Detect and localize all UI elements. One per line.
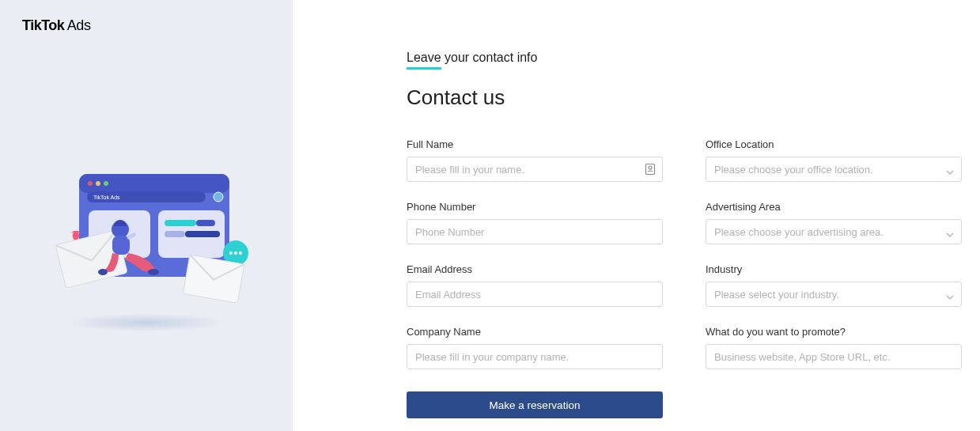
contact-form: Full Name Office Location Please choose … <box>407 138 923 369</box>
field-phone: Phone Number <box>407 201 663 244</box>
promote-label: What do you want to promote? <box>706 326 962 338</box>
svg-rect-11 <box>165 231 185 237</box>
logo-light: Ads <box>64 17 90 33</box>
office-location-label: Office Location <box>706 138 962 150</box>
industry-select[interactable]: Please select your industry. <box>706 282 962 307</box>
advertising-area-select[interactable]: Please choose your advertising area. <box>706 219 962 244</box>
logo-bold: TikTok <box>22 17 64 33</box>
svg-rect-9 <box>165 220 196 226</box>
field-promote: What do you want to promote? <box>706 326 962 369</box>
promote-input[interactable] <box>706 344 962 369</box>
main-content: Leave your contact info Contact us Full … <box>293 0 980 431</box>
sidebar: TikTok Ads TikTok Ads <box>0 0 293 431</box>
field-full-name: Full Name <box>407 138 663 182</box>
field-industry: Industry Please select your industry. <box>706 263 962 307</box>
svg-rect-12 <box>185 231 220 237</box>
company-label: Company Name <box>407 326 663 338</box>
tiktok-ads-logo: TikTok Ads <box>22 17 90 34</box>
svg-point-3 <box>96 181 100 186</box>
svg-point-16 <box>239 251 242 255</box>
office-location-select[interactable]: Please choose your office location. <box>706 157 962 182</box>
svg-point-4 <box>104 181 108 186</box>
full-name-input[interactable] <box>407 157 663 182</box>
advertising-area-label: Advertising Area <box>706 201 962 213</box>
hero-illustration: TikTok Ads <box>32 166 261 324</box>
full-name-label: Full Name <box>407 138 663 150</box>
svg-rect-1 <box>79 174 229 193</box>
make-reservation-button[interactable]: Make a reservation <box>407 391 663 418</box>
eyebrow-text: Leave your contact info <box>407 51 537 65</box>
company-input[interactable] <box>407 344 663 369</box>
illustration-shadow <box>63 313 229 332</box>
field-advertising-area: Advertising Area Please choose your adve… <box>706 201 962 244</box>
svg-point-21 <box>148 269 159 275</box>
svg-point-2 <box>88 181 93 186</box>
page-title: Contact us <box>407 85 923 110</box>
phone-input[interactable] <box>407 219 663 244</box>
illustration-app-label: TikTok Ads <box>93 195 120 200</box>
email-label: Email Address <box>407 263 663 275</box>
email-input[interactable] <box>407 282 663 307</box>
svg-rect-20 <box>112 236 130 255</box>
svg-point-22 <box>98 269 108 275</box>
field-email: Email Address <box>407 263 663 307</box>
phone-label: Phone Number <box>407 201 663 213</box>
svg-point-6 <box>214 192 223 202</box>
industry-label: Industry <box>706 263 962 275</box>
svg-rect-10 <box>196 220 215 226</box>
field-company: Company Name <box>407 326 663 369</box>
field-office-location: Office Location Please choose your offic… <box>706 138 962 182</box>
svg-point-14 <box>229 251 233 255</box>
svg-point-15 <box>234 251 237 255</box>
